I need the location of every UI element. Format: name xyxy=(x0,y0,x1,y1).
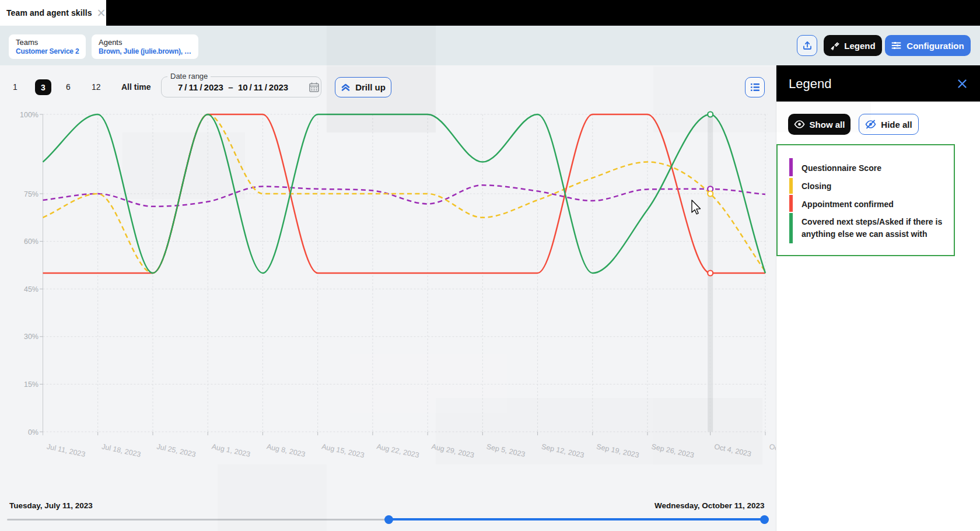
svg-text:30%: 30% xyxy=(24,333,38,341)
svg-text:Oct 11, 2023: Oct 11, 2023 xyxy=(768,442,776,459)
svg-text:Sep 19, 2023: Sep 19, 2023 xyxy=(596,442,640,459)
svg-text:75%: 75% xyxy=(24,190,38,198)
svg-text:100%: 100% xyxy=(20,111,38,119)
svg-text:60%: 60% xyxy=(24,237,38,246)
svg-text:0%: 0% xyxy=(28,428,38,436)
svg-text:Oct 4, 2023: Oct 4, 2023 xyxy=(713,442,752,458)
svg-text:Sep 12, 2023: Sep 12, 2023 xyxy=(541,442,585,459)
svg-text:Aug 29, 2023: Aug 29, 2023 xyxy=(430,442,475,459)
svg-text:15%: 15% xyxy=(24,380,38,389)
svg-text:Jul 18, 2023: Jul 18, 2023 xyxy=(101,442,142,459)
svg-text:Sep 26, 2023: Sep 26, 2023 xyxy=(650,442,695,459)
svg-text:Jul 25, 2023: Jul 25, 2023 xyxy=(156,442,197,459)
svg-text:Jul 11, 2023: Jul 11, 2023 xyxy=(46,442,86,459)
svg-text:Aug 15, 2023: Aug 15, 2023 xyxy=(321,442,365,459)
svg-text:Aug 8, 2023: Aug 8, 2023 xyxy=(266,442,306,459)
svg-text:45%: 45% xyxy=(24,285,38,294)
svg-text:Sep 5, 2023: Sep 5, 2023 xyxy=(486,442,526,459)
svg-text:Aug 1, 2023: Aug 1, 2023 xyxy=(211,442,251,459)
svg-text:Aug 22, 2023: Aug 22, 2023 xyxy=(376,442,420,459)
